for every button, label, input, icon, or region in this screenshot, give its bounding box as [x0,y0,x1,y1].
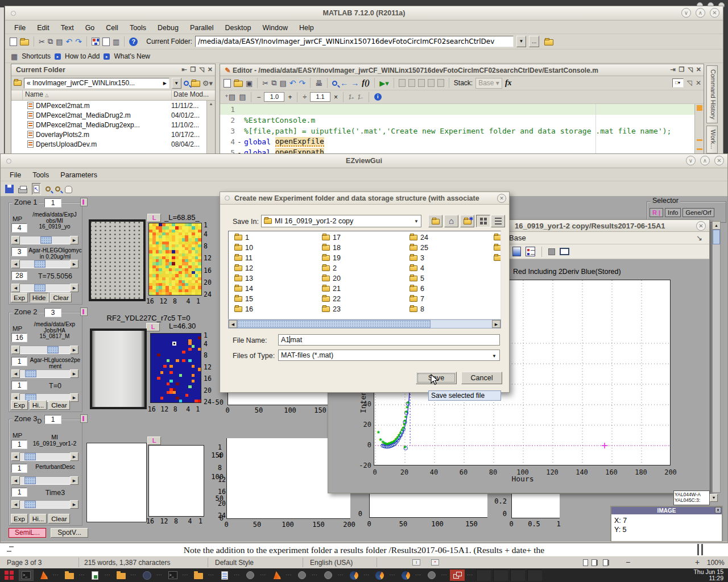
step-out-icon[interactable] [437,79,444,87]
breadcrumb[interactable]: « InovImager_jwrCF_WINLinx150... ▶ [24,78,169,89]
taskbar-item-workspace[interactable] [2,569,16,581]
slider-right-icon[interactable]: ▶ [70,476,78,485]
slider-left-icon[interactable]: ◀ [11,236,20,244]
files-of-type-combo[interactable]: MAT-files (*.mat) ▼ [278,350,500,361]
new-icon[interactable] [224,79,231,88]
slider-right-icon[interactable]: ▶ [70,260,78,268]
gene-item[interactable]: YAL045C:3: [675,498,709,504]
shortcut-how-to-add[interactable]: How to Add [65,52,100,60]
dialog-close-icon[interactable]: ✕ [497,194,506,203]
close-panel-icon[interactable]: ✕ [208,66,213,73]
dock-icon[interactable]: ⇥ [670,66,675,73]
folder-item[interactable]: 25 [407,243,428,253]
cell-value-1[interactable]: 1.0 [264,92,284,102]
time-field[interactable]: 28 [11,271,27,280]
page-style[interactable]: Default Style [215,559,254,567]
shortcut-whats-new[interactable]: What's New [114,52,150,60]
side-tab-work-[interactable]: Work... [706,126,718,153]
spotview-button[interactable]: SpotV... [51,528,88,538]
folder-item[interactable]: 6 [407,284,428,294]
media-slider[interactable]: ◀▶ [11,260,78,268]
menu-help[interactable]: Help [299,24,314,32]
back-icon[interactable]: ← [340,78,348,88]
scroll-right-icon[interactable]: ▶ [492,320,500,328]
slider-left-icon[interactable]: ◀ [11,284,20,292]
slider-left-icon[interactable]: ◀ [11,500,20,509]
folder-item[interactable]: 8 [407,304,428,314]
path-dropdown-icon[interactable]: ▼ [516,36,526,47]
zoom-percent[interactable]: 100% [707,559,725,567]
undock-icon[interactable]: ◹ [688,66,692,73]
cell-divider-icon[interactable]: ▤ [239,93,246,101]
folder-item[interactable]: 10 [232,243,253,253]
word-count[interactable]: 215 words, 1,387 characters [84,559,170,567]
menu-file[interactable]: File [10,171,21,179]
new-file-icon[interactable] [10,38,17,46]
close-icon[interactable]: ✕ [714,156,724,165]
slider-right-icon[interactable]: ▶ [70,346,78,354]
save-icon[interactable] [5,185,14,193]
slider-track[interactable] [20,369,70,378]
ezview-scrollbar[interactable]: ▲ [712,221,721,493]
function-browser-icon[interactable]: f() [362,78,370,88]
gear-icon[interactable]: ⚙▾ [202,79,213,88]
slider-track[interactable] [20,260,70,268]
current-folder-path-input[interactable] [195,36,514,47]
slider-left-icon[interactable]: ◀ [11,346,20,354]
maximize-panel-icon[interactable]: ❒ [190,66,196,73]
folder-item[interactable]: 21 [320,284,341,294]
time-slider[interactable]: ◀▶ [11,284,78,292]
folder-item[interactable]: 17 [320,232,341,243]
taskbar-empty-slot[interactable] [527,569,542,581]
folder-item[interactable] [491,232,501,243]
semilog-button[interactable]: SemiL... [9,528,46,538]
side-tab-command-history[interactable]: Command History [706,65,718,123]
pan-hand-icon[interactable] [65,186,72,193]
breakpoint-set-icon[interactable] [399,79,406,87]
folder-item[interactable]: 11 [232,253,253,263]
zone-detach-button[interactable] [80,307,88,316]
slider-left-icon[interactable]: ◀ [11,369,20,378]
exp-button[interactable]: Exp [11,514,28,523]
clear-button[interactable]: Clear [48,400,69,410]
slider-thumb[interactable] [34,260,46,268]
language-indicator[interactable]: English (USA) [310,559,353,567]
close-editor-icon[interactable]: ✕ [696,79,701,87]
print-icon[interactable] [18,188,27,193]
cell-value-2[interactable]: 1.1 [310,92,330,102]
editor-scrollbar[interactable] [694,104,704,154]
cancel-button[interactable]: Cancel [461,372,502,384]
paste-icon[interactable]: ▤ [56,38,63,46]
slider-track[interactable] [20,236,70,244]
single-page-view-icon[interactable] [583,559,588,566]
media-slider[interactable]: ◀▶ [11,476,78,485]
zone-number-field[interactable]: 1 [44,415,61,424]
slider-right-icon[interactable]: ▶ [70,236,78,244]
open-file-icon[interactable] [20,39,29,45]
menu-tools[interactable]: Tools [130,24,146,32]
time-field[interactable]: 1 [11,488,27,497]
slider-thumb[interactable] [24,453,36,460]
folder-item[interactable]: 15 [232,294,253,304]
time-field[interactable]: 1 [11,381,27,390]
slider-right-icon[interactable]: ▶ [70,369,78,378]
matlab-titlebar[interactable]: MATLAB 7.12.0 (R2011a) ∨ ∧ ✕ [5,6,723,20]
redo-icon[interactable]: ↷ [299,78,306,88]
fx-icon[interactable]: fx [505,78,512,88]
save-icon[interactable]: ▣ [246,79,253,88]
folder-item[interactable]: 3 [407,253,428,263]
zone2-heatmap[interactable] [150,333,201,403]
step-in-icon[interactable] [428,79,435,87]
undock-icon[interactable]: ◹ [199,66,204,73]
menu-parallel[interactable]: Parallel [190,24,214,32]
maximize-icon[interactable]: ∧ [700,156,710,165]
folder-item[interactable]: 23 [320,304,341,314]
colorbar-icon[interactable] [512,247,521,256]
zoom-out-icon[interactable]: − [626,558,630,567]
mp-slider[interactable]: ◀▶ [11,452,78,461]
file-list-scrollbar[interactable]: ▲ [206,101,215,154]
gene-list[interactable]: YAL044W-AYAL045C:3: [673,490,710,505]
new-folder-button[interactable]: ✱ [460,215,474,227]
ezview-titlebar[interactable]: EZviewGui ∨ ∧ ✕ [1,154,727,168]
code-editor[interactable]: 12%EstartConsole.m3%[file,path] = uiputf… [220,104,694,154]
